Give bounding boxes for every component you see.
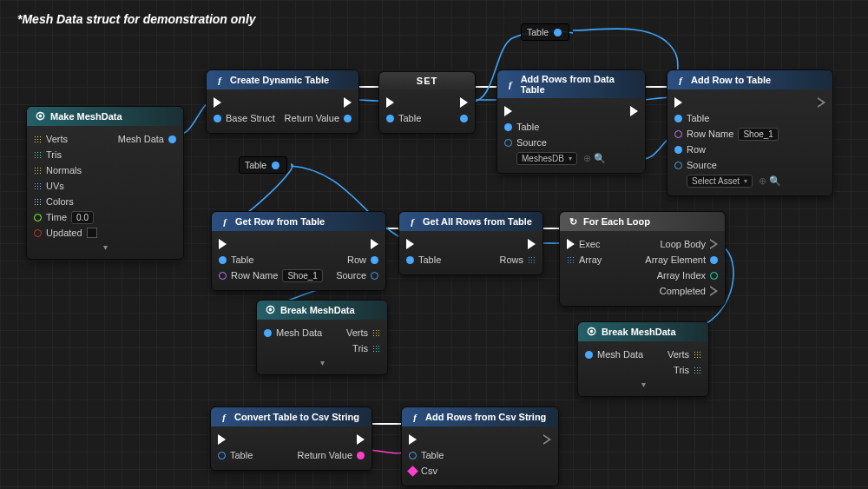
node-title: Add Rows from Csv String: [425, 412, 546, 422]
exec-in[interactable]: [406, 239, 414, 249]
pin-row-out[interactable]: [371, 256, 378, 264]
node-title: Add Rows from Data Table: [521, 74, 638, 95]
exec-out[interactable]: [460, 97, 468, 108]
annotation: *Mesh Data struct for demonstration only: [17, 12, 256, 26]
pin-array-element[interactable]: [710, 256, 718, 264]
exec-in[interactable]: [214, 97, 221, 108]
exec-out[interactable]: [818, 97, 825, 108]
node-get-all-rows[interactable]: fGet All Rows from Table Table Rows: [398, 211, 543, 275]
asset-picker-icon[interactable]: ⊕ 🔍: [759, 175, 781, 187]
source-asset-drop[interactable]: Select Asset: [687, 175, 753, 188]
reroute-table-top[interactable]: Table: [521, 23, 569, 41]
updated-checkbox[interactable]: [87, 228, 97, 238]
node-set[interactable]: SET Table: [378, 71, 476, 134]
node-break-meshdata-2[interactable]: ⦿Break MeshData Mesh DataVerts Tris ▾: [577, 321, 709, 397]
pin-verts[interactable]: [34, 135, 42, 143]
node-create-dynamic-table[interactable]: fCreate Dynamic Table Base Struct Return…: [206, 69, 359, 134]
pin-rowname[interactable]: [674, 130, 682, 138]
node-add-rows-csv[interactable]: fAdd Rows from Csv String Table Csv: [401, 406, 559, 486]
pin-verts-out[interactable]: [694, 351, 701, 359]
pin-row[interactable]: [674, 146, 682, 154]
node-title: Break MeshData: [280, 305, 355, 315]
rowname-input[interactable]: Shoe_1: [738, 128, 778, 141]
exec-in[interactable]: [567, 239, 575, 249]
exec-in[interactable]: [218, 434, 226, 445]
node-title: Make MeshData: [50, 111, 122, 122]
exec-in[interactable]: [386, 97, 394, 108]
break-struct-icon: ⦿: [585, 326, 597, 338]
pin-tris[interactable]: [34, 151, 42, 159]
node-title: SET: [417, 76, 437, 86]
pin-normals[interactable]: [34, 167, 42, 175]
pin-table[interactable]: [504, 123, 512, 131]
expand-icon[interactable]: ▾: [34, 241, 176, 252]
node-title: Add Row to Table: [691, 75, 771, 85]
node-make-meshdata[interactable]: ⦿Make MeshData Verts Mesh Data Tris Norm…: [26, 106, 184, 260]
node-title: Convert Table to Csv String: [234, 412, 359, 422]
function-icon: f: [214, 74, 226, 86]
pin-tris-out[interactable]: [372, 345, 380, 353]
pin-array-index[interactable]: [710, 272, 718, 280]
node-title: Create Dynamic Table: [230, 75, 329, 85]
pin-table-out[interactable]: [460, 115, 468, 122]
asset-picker-icon[interactable]: ⊕ 🔍: [583, 153, 606, 164]
loop-icon: ↻: [567, 215, 579, 228]
pin-csv[interactable]: [407, 466, 418, 477]
node-title: Break MeshData: [602, 327, 676, 337]
pin-return-string[interactable]: [357, 452, 365, 459]
time-value[interactable]: 0.0: [71, 211, 94, 224]
pin-tris-out[interactable]: [694, 367, 701, 374]
pin-colors[interactable]: [34, 198, 42, 206]
expand-icon[interactable]: ▾: [264, 356, 380, 367]
pin-base-struct[interactable]: [214, 115, 221, 122]
pin-source[interactable]: [674, 162, 682, 169]
node-add-rows-data-table[interactable]: fAdd Rows from Data Table Table Source M…: [496, 69, 646, 174]
node-title: For Each Loop: [583, 216, 650, 227]
source-dropdown[interactable]: MeshesDB: [516, 152, 577, 165]
node-get-row-from-table[interactable]: fGet Row from Table Table Row Row NameSh…: [211, 211, 386, 291]
pin-source-out[interactable]: [371, 272, 378, 280]
pin-source[interactable]: [504, 139, 512, 147]
function-icon: f: [219, 215, 231, 228]
pin-table-in[interactable]: [386, 115, 394, 122]
exec-loop-body[interactable]: [710, 239, 718, 249]
exec-in[interactable]: [409, 434, 417, 445]
exec-out[interactable]: [357, 434, 365, 445]
pin-table[interactable]: [218, 452, 226, 459]
pin-meshdata-in[interactable]: [585, 351, 593, 359]
pin-meshdata-out[interactable]: [168, 135, 176, 143]
node-convert-table-csv[interactable]: fConvert Table to Csv String TableReturn…: [210, 406, 372, 471]
exec-out[interactable]: [630, 106, 638, 116]
exec-in[interactable]: [504, 106, 512, 116]
node-for-each-loop[interactable]: ↻For Each Loop ExecLoop Body ArrayArray …: [559, 211, 726, 307]
pin-rows-out[interactable]: [528, 256, 536, 264]
exec-out[interactable]: [543, 434, 551, 445]
node-add-row-to-table[interactable]: fAdd Row to Table Table Row NameShoe_1 R…: [667, 69, 833, 196]
pin-table[interactable]: [406, 256, 414, 264]
expand-icon[interactable]: ▾: [585, 378, 701, 389]
function-icon: f: [406, 215, 418, 228]
exec-completed[interactable]: [710, 286, 718, 296]
reroute-table-mid[interactable]: Table: [239, 156, 287, 174]
function-icon: f: [218, 411, 230, 423]
node-title: Get All Rows from Table: [423, 216, 532, 227]
pin-rowname[interactable]: [219, 272, 227, 280]
pin-time[interactable]: [34, 214, 42, 221]
pin-table[interactable]: [219, 256, 227, 264]
pin-verts-out[interactable]: [372, 329, 380, 337]
pin-meshdata-in[interactable]: [264, 329, 272, 337]
pin-return[interactable]: [344, 115, 352, 122]
node-break-meshdata-1[interactable]: ⦿Break MeshData Mesh DataVerts Tris ▾: [256, 300, 388, 375]
pin-updated[interactable]: [34, 229, 42, 237]
exec-out[interactable]: [371, 239, 378, 249]
exec-in[interactable]: [219, 239, 227, 249]
pin-array[interactable]: [567, 256, 575, 264]
pin-uvs[interactable]: [34, 182, 42, 190]
exec-out[interactable]: [528, 239, 536, 249]
pin-table[interactable]: [409, 452, 417, 459]
pin-table[interactable]: [674, 115, 682, 122]
exec-in[interactable]: [674, 97, 682, 108]
function-icon: f: [674, 74, 687, 86]
rowname-input[interactable]: Shoe_1: [282, 269, 322, 282]
exec-out[interactable]: [344, 97, 352, 108]
